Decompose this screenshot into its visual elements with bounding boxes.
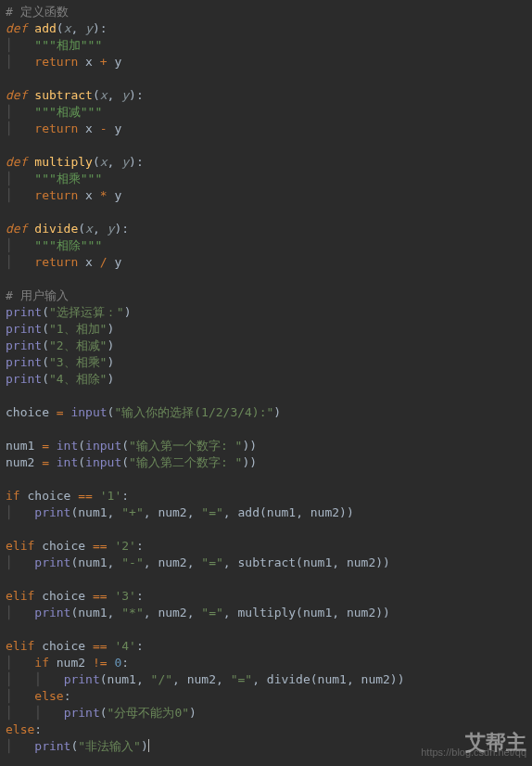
kw-if: if xyxy=(6,489,20,503)
str: "选择运算：" xyxy=(49,305,124,319)
param-y: y xyxy=(85,21,93,35)
kw-def: def xyxy=(6,21,27,35)
str: "=" xyxy=(201,555,222,569)
text-cursor xyxy=(148,739,149,752)
str: "输入第二个数字: " xyxy=(129,455,242,469)
kw-else: else xyxy=(34,689,63,703)
op-ne: != xyxy=(93,656,108,670)
fn-print: print xyxy=(6,338,42,352)
str: "+" xyxy=(121,505,143,519)
fn-input: input xyxy=(85,439,121,453)
kw-return: return xyxy=(34,255,78,269)
kw-return: return xyxy=(34,121,78,135)
str: '3' xyxy=(114,589,135,603)
str: "/" xyxy=(151,672,172,686)
fn-divide: divide xyxy=(34,222,78,236)
fn-int: int xyxy=(57,439,78,453)
kw-return: return xyxy=(34,188,78,202)
param-x: x xyxy=(85,222,93,236)
kw-elif: elif xyxy=(6,639,34,653)
fn-subtract: subtract xyxy=(34,88,93,102)
docstring: """相减""" xyxy=(34,105,102,119)
var-num2: num2 xyxy=(6,455,34,469)
docstring: """相乘""" xyxy=(34,172,102,185)
kw-def: def xyxy=(6,222,27,236)
var-choice: choice xyxy=(27,489,70,503)
str: "分母不能为0" xyxy=(108,706,189,720)
comment: # 定义函数 xyxy=(6,5,69,19)
kw-else: else xyxy=(6,722,34,736)
fn-input: input xyxy=(70,405,107,419)
fn-input: input xyxy=(85,455,121,469)
kw-def: def xyxy=(6,155,27,169)
str: '1' xyxy=(100,489,121,503)
comment: # 用户输入 xyxy=(6,288,69,302)
var-num1: num1 xyxy=(6,439,34,453)
var-choice: choice xyxy=(42,589,85,603)
param-y: y xyxy=(121,155,129,169)
str: "输入你的选择(1/2/3/4):" xyxy=(114,405,273,419)
op-eq: == xyxy=(78,489,93,503)
kw-if: if xyxy=(34,656,49,670)
str: "=" xyxy=(231,672,252,686)
fn-print: print xyxy=(64,706,100,720)
str: "3、相乘" xyxy=(49,355,107,369)
var-choice: choice xyxy=(42,539,85,553)
fn-print: print xyxy=(6,372,42,386)
op-eq: == xyxy=(93,639,108,653)
str: "非法输入" xyxy=(78,739,141,753)
docstring: """相除""" xyxy=(34,238,102,252)
fn-print: print xyxy=(34,555,70,569)
fn-print: print xyxy=(64,672,100,686)
kw-return: return xyxy=(34,55,78,69)
str: "1、相加" xyxy=(49,322,107,336)
docstring: """相加""" xyxy=(34,38,102,52)
var-choice: choice xyxy=(6,405,49,419)
kw-elif: elif xyxy=(6,589,34,603)
fn-print: print xyxy=(34,606,70,619)
str: "4、相除" xyxy=(49,372,107,386)
kw-def: def xyxy=(6,88,27,102)
fn-print: print xyxy=(6,322,42,336)
fn-multiply: multiply xyxy=(34,155,93,169)
fn-print: print xyxy=(34,739,70,753)
fn-print: print xyxy=(6,305,42,319)
var-choice: choice xyxy=(42,639,85,653)
fn-int: int xyxy=(57,455,78,469)
str: '4' xyxy=(114,639,135,653)
code-block: # 定义函数 def add(x, y): │ """相加""" │ retur… xyxy=(0,0,532,759)
str: "=" xyxy=(201,606,222,619)
param-y: y xyxy=(121,88,129,102)
fn-add: add xyxy=(34,21,56,35)
fn-print: print xyxy=(34,505,70,519)
op-eq: == xyxy=(93,539,108,553)
str: "2、相减" xyxy=(49,338,107,352)
str: '2' xyxy=(114,539,135,553)
str: "输入第一个数字: " xyxy=(129,439,242,453)
str: "=" xyxy=(201,505,222,519)
str: "-" xyxy=(121,555,143,569)
param-x: x xyxy=(100,88,108,102)
str: "*" xyxy=(121,606,143,619)
fn-print: print xyxy=(6,355,42,369)
param-x: x xyxy=(100,155,108,169)
kw-elif: elif xyxy=(6,539,34,553)
op-eq: == xyxy=(93,589,108,603)
